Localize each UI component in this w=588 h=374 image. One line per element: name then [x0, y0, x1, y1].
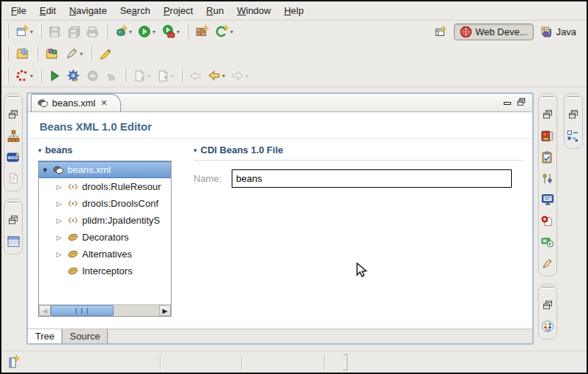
run-external-tools-button[interactable]: ▾: [159, 23, 182, 40]
toolbar-grip[interactable]: [124, 68, 126, 83]
resume-button[interactable]: [46, 68, 63, 84]
servers-view-button[interactable]: [540, 235, 555, 249]
tasks-view-button[interactable]: [540, 150, 555, 164]
terminate-button[interactable]: [84, 68, 101, 84]
rail-drag-handle[interactable]: [567, 96, 579, 98]
toolbar-grip[interactable]: [40, 68, 42, 83]
new-javaee-component-button[interactable]: [193, 23, 211, 40]
restore-view-button[interactable]: [6, 213, 21, 227]
previous-annotation-button[interactable]: ▾: [154, 68, 176, 84]
twisty-collapsed-icon[interactable]: ▷: [56, 234, 67, 241]
scroll-right-button[interactable]: ▶: [159, 305, 171, 316]
tab-source[interactable]: Source: [62, 329, 108, 343]
step-button[interactable]: [103, 68, 120, 84]
scrollbar-thumb[interactable]: ❙❙❙: [51, 305, 114, 316]
rail-drag-handle[interactable]: [7, 96, 19, 98]
outline-view-button[interactable]: [566, 129, 581, 142]
run-button[interactable]: ▾: [136, 23, 158, 40]
scrollbar-track[interactable]: [114, 305, 159, 316]
web-view-button[interactable]: WEB: [6, 150, 21, 164]
print-button[interactable]: [84, 24, 101, 40]
twisty-expanded-icon[interactable]: ▼: [42, 166, 53, 174]
editor-tab-beans-xml[interactable]: beans.xml ✕: [31, 94, 121, 111]
toolbar-grip[interactable]: [106, 24, 108, 39]
restore-view-button[interactable]: [540, 108, 555, 121]
tab-tree[interactable]: Tree: [28, 329, 62, 343]
restore-view-button[interactable]: [6, 108, 21, 121]
toolbar-grip[interactable]: [186, 24, 188, 39]
palette-view-button[interactable]: [540, 129, 555, 142]
perspective-java[interactable]: Java: [538, 24, 579, 40]
tree-row-plidm-jpaidentity[interactable]: ▷ plidm:JpaIdentityS: [39, 212, 171, 229]
twisty-collapsed-icon[interactable]: ▷: [56, 217, 67, 224]
next-annotation-button[interactable]: ▾: [131, 68, 152, 84]
menu-help[interactable]: Help: [277, 3, 310, 18]
fast-view-new-icon[interactable]: [7, 355, 21, 370]
toolbar-grip[interactable]: [7, 24, 9, 39]
profile-button[interactable]: ▾: [13, 67, 35, 84]
scroll-left-button[interactable]: ◀: [39, 305, 51, 316]
tree-section-header[interactable]: ▾ beans: [38, 144, 179, 155]
tree-row-beans-xml[interactable]: ▼ beans.xml: [39, 161, 171, 178]
tree-row-drools-ruleresources[interactable]: ▷ drools:RuleResour: [39, 178, 171, 195]
menu-file[interactable]: File: [4, 3, 33, 18]
console-view-button[interactable]: [540, 193, 555, 206]
menu-search[interactable]: Search: [114, 3, 157, 18]
menu-edit[interactable]: Edit: [33, 3, 62, 18]
toolbar-grip[interactable]: [40, 24, 42, 39]
refresh-button[interactable]: ▾: [213, 23, 235, 40]
tree-row-alternatives[interactable]: ▷ Alternatives: [39, 246, 171, 263]
last-edit-arrow-icon: [189, 70, 202, 82]
snippets-view-button[interactable]: [540, 257, 555, 270]
tree-row-interceptors[interactable]: Interceptors: [39, 263, 171, 279]
debug-launch-button[interactable]: [65, 67, 83, 84]
last-edit-location-button[interactable]: [187, 68, 204, 84]
new-wizard-button[interactable]: ▾: [13, 23, 35, 40]
toolbar-grip[interactable]: [36, 46, 38, 61]
menu-window[interactable]: Window: [230, 3, 277, 18]
twisty-collapsed-icon[interactable]: ▷: [56, 200, 67, 208]
section-collapse-icon[interactable]: ▾: [38, 147, 42, 154]
tree-row-decorators[interactable]: ▷ Decorators: [39, 229, 171, 246]
restore-view-button[interactable]: [566, 108, 581, 121]
twisty-collapsed-icon[interactable]: ▷: [56, 183, 67, 191]
restore-icon: [7, 109, 19, 120]
toolbar-grip[interactable]: [7, 68, 9, 83]
palette-colors-view-button[interactable]: [540, 320, 555, 333]
close-icon[interactable]: ✕: [100, 98, 107, 108]
tree-row-drools-droolsconfig[interactable]: ▷ drools:DroolsConf: [39, 195, 171, 212]
twisty-collapsed-icon[interactable]: ▷: [56, 251, 67, 258]
table-view-button[interactable]: [6, 235, 21, 248]
hierarchy-view-button[interactable]: [6, 129, 21, 142]
maximize-restore-icon[interactable]: [516, 97, 526, 107]
notes-view-button[interactable]: [6, 172, 21, 185]
highlighter-button[interactable]: [96, 46, 114, 62]
save-button[interactable]: [46, 24, 63, 40]
forward-button[interactable]: ▾: [229, 67, 251, 84]
restore-view-button[interactable]: [540, 298, 555, 312]
tree-row-label: plidm:JpaIdentityS: [82, 215, 160, 226]
save-all-button[interactable]: [65, 24, 82, 40]
menu-run[interactable]: Run: [199, 3, 230, 18]
menu-project[interactable]: Project: [157, 3, 199, 18]
rail-drag-handle[interactable]: [7, 202, 19, 204]
back-button[interactable]: ▾: [205, 67, 227, 84]
menu-navigate[interactable]: Navigate: [62, 3, 113, 18]
open-web-browser-button[interactable]: [13, 46, 32, 62]
toolbar-grip[interactable]: [7, 46, 9, 61]
minimize-icon[interactable]: [504, 102, 511, 105]
perspective-web-development[interactable]: Web Deve...: [454, 23, 533, 40]
rail-drag-handle[interactable]: [542, 287, 554, 289]
debug-button[interactable]: ▾: [112, 23, 134, 40]
open-type-button[interactable]: [43, 46, 61, 62]
toolbar-grip[interactable]: [180, 68, 183, 83]
name-input[interactable]: [232, 169, 512, 188]
problems-view-button[interactable]: [540, 214, 555, 227]
rail-drag-handle[interactable]: [542, 96, 554, 98]
section-collapse-icon[interactable]: ▾: [194, 147, 197, 154]
toolbar-grip[interactable]: [89, 46, 92, 61]
cdi-section-header[interactable]: ▾ CDI Beans 1.0 File: [194, 144, 523, 161]
mark-pen-button[interactable]: ▾: [62, 46, 85, 62]
open-perspective-button[interactable]: [431, 23, 449, 40]
properties-view-button[interactable]: [540, 172, 555, 185]
